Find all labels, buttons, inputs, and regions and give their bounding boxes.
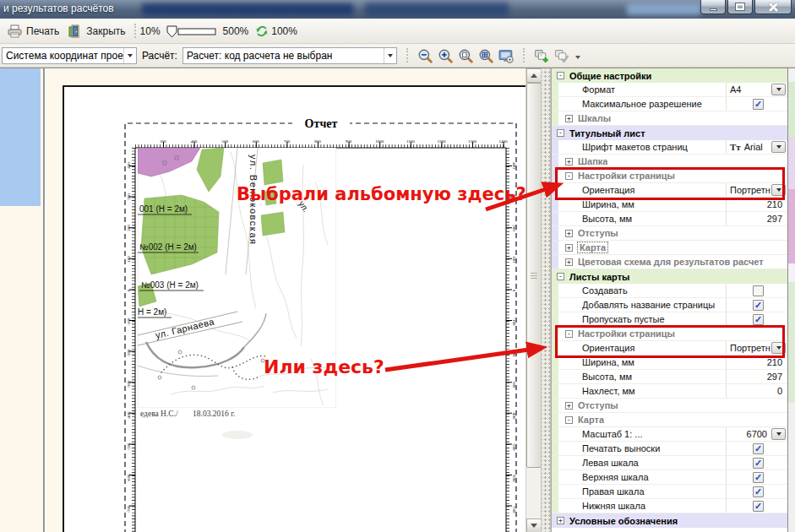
prop-subgroup-row[interactable]: -Настройки страницы	[552, 327, 787, 341]
prop-subgroup-row[interactable]: +Отступы	[552, 399, 787, 413]
prop-label: Формат	[582, 84, 615, 95]
report-preview-pane[interactable]: Отчет 3004005006007008009001000110012001…	[44, 68, 525, 532]
prop-row: Левая шкала✓	[552, 456, 787, 470]
expand-box-icon[interactable]: +	[565, 402, 573, 410]
preview-vertical-scrollbar[interactable]	[525, 68, 541, 532]
checkbox[interactable]: ✓	[753, 472, 764, 483]
dropdown-button[interactable]	[771, 342, 786, 354]
prop-value[interactable]: Arial	[741, 142, 770, 152]
collapse-box-icon[interactable]: -	[557, 273, 564, 280]
combo-arrow-icon[interactable]	[384, 48, 396, 63]
prop-value[interactable]: Портретн	[727, 343, 770, 353]
checkbox[interactable]: ✓	[753, 501, 764, 512]
close-preview-button[interactable]: Закрыть	[63, 23, 129, 40]
prop-value[interactable]: 297	[767, 214, 786, 224]
prop-value-cell: ТтArial	[726, 140, 786, 154]
ruler-label: 900	[346, 139, 352, 144]
prop-group-header[interactable]: -Общие настройки	[552, 68, 787, 83]
printer-icon	[8, 24, 22, 38]
checkbox[interactable]: ✓	[753, 300, 764, 311]
prop-value[interactable]: 0	[777, 386, 786, 396]
close-button[interactable]	[754, 0, 792, 14]
dropdown-button[interactable]	[771, 84, 786, 95]
zoom-extent-button[interactable]	[478, 48, 493, 63]
zoom-page-button[interactable]	[458, 48, 473, 63]
minimize-button[interactable]	[700, 0, 726, 14]
close-icon	[769, 3, 778, 12]
ruler-right-labels: 4003002001000-100-200-300-400-500-600-70…	[512, 162, 516, 513]
prop-subgroup-row[interactable]: +Карта	[552, 241, 787, 255]
collapse-box-icon[interactable]: -	[557, 72, 564, 79]
zoom-slider-thumb[interactable]	[167, 26, 177, 37]
prop-subgroup-row[interactable]: +Отступы	[552, 226, 787, 241]
prop-group-header[interactable]: +Условные обозначения	[552, 513, 787, 528]
prop-value[interactable]: 297	[767, 372, 786, 382]
ruler-label: -300	[127, 380, 131, 388]
prop-value[interactable]: 210	[767, 199, 786, 209]
prop-subgroup-row[interactable]: +Шапка	[552, 155, 787, 169]
scroll-up-button[interactable]	[526, 68, 542, 83]
scrollbar-thumb[interactable]	[526, 83, 542, 468]
expand-box-icon[interactable]: +	[565, 230, 573, 237]
pane-splitter[interactable]	[541, 68, 551, 532]
dropdown-button[interactable]	[771, 141, 786, 153]
prop-group-header[interactable]: -Титульный лист	[552, 126, 787, 140]
scheme-dropdown-arrow-icon[interactable]	[575, 56, 580, 62]
prop-label: Высота, мм	[582, 214, 632, 224]
ruler-label: 1200	[437, 139, 446, 144]
checkbox[interactable]: ✓	[753, 314, 764, 325]
ruler-label: -300	[512, 380, 516, 388]
collapse-box-icon[interactable]: -	[565, 416, 573, 424]
expand-box-icon[interactable]: +	[565, 158, 573, 166]
checkbox[interactable]: ✓	[753, 486, 764, 497]
zoom-slider[interactable]	[164, 24, 218, 39]
add-scheme-button[interactable]	[534, 48, 549, 63]
dropdown-button[interactable]	[771, 428, 786, 440]
minimize-icon	[710, 8, 717, 11]
ruler-top-labels: 3004005006007008009001000110012001300140…	[160, 139, 508, 144]
checkbox[interactable]: ✓	[753, 458, 764, 469]
dropdown-button[interactable]	[771, 184, 786, 196]
print-button[interactable]: Печать	[3, 23, 63, 40]
prop-value[interactable]: 210	[767, 357, 786, 367]
calc-combobox[interactable]: Расчет: код расчета не выбран	[182, 47, 397, 64]
zoom-in-button[interactable]	[438, 48, 453, 63]
section-gutter	[552, 456, 558, 470]
zoom-out-button[interactable]	[417, 48, 433, 63]
refresh-zoom-icon[interactable]	[255, 24, 269, 38]
fit-screen-button[interactable]	[498, 48, 514, 63]
collapse-box-icon[interactable]: -	[557, 129, 564, 137]
prop-label: Шапка	[578, 156, 607, 166]
prop-subgroup-row[interactable]: -Карта	[552, 413, 787, 427]
prop-subgroup-row[interactable]: +Шкалы	[552, 111, 787, 126]
collapse-box-icon[interactable]: -	[565, 330, 573, 338]
ruler-label: 600	[253, 139, 259, 144]
expand-box-icon[interactable]: +	[565, 115, 573, 122]
checkbox[interactable]	[753, 285, 764, 296]
scroll-down-button[interactable]	[526, 518, 542, 532]
print-label: Печать	[26, 25, 59, 37]
combo-arrow-icon[interactable]	[123, 48, 136, 63]
checkbox[interactable]: ✓	[753, 443, 764, 454]
prop-label: Правая шкала	[582, 486, 645, 497]
prop-subgroup-row[interactable]: +Цветовая схема для результатов расчет	[552, 255, 787, 269]
collapse-box-icon[interactable]: -	[565, 172, 573, 180]
section-gutter	[552, 284, 558, 297]
prop-group-header[interactable]: -Листы карты	[552, 269, 787, 284]
prop-value-cell: 297	[726, 370, 786, 383]
scheme-list-button[interactable]	[554, 48, 569, 63]
section-gutter	[552, 198, 558, 211]
prop-subgroup-row[interactable]: -Настройки страницы	[552, 169, 787, 183]
expand-box-icon[interactable]: +	[557, 517, 564, 524]
prop-value[interactable]: Портретн	[727, 185, 770, 195]
prop-value-cell: ✓	[726, 298, 786, 312]
prop-value[interactable]: A4	[727, 84, 770, 95]
background-blue-panel	[0, 68, 41, 206]
ruler-label: -400	[512, 411, 516, 420]
ruler-label: 400	[512, 162, 516, 169]
checkbox[interactable]: ✓	[753, 99, 764, 110]
maximize-button[interactable]	[727, 0, 753, 14]
expand-box-icon[interactable]: +	[565, 258, 573, 266]
expand-box-icon[interactable]: +	[565, 244, 573, 252]
coord-system-combobox[interactable]: Система координат проек	[2, 47, 137, 64]
